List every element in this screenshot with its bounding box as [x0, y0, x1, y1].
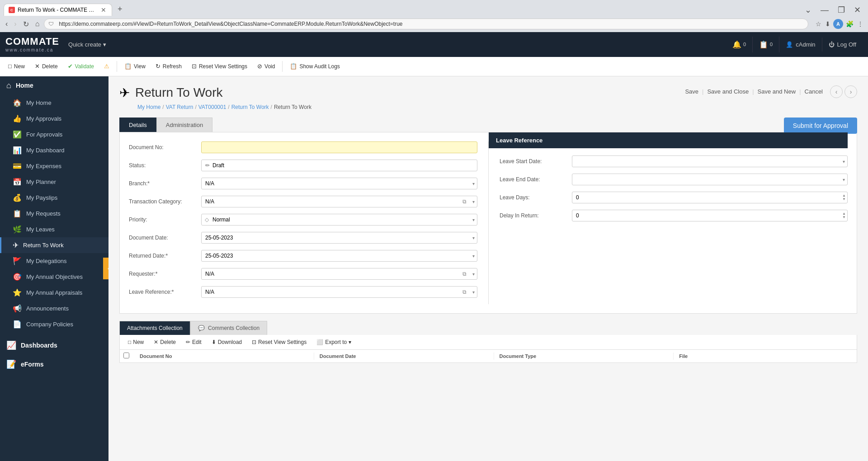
sidebar-collapse-button[interactable]: ‹ [103, 258, 108, 279]
sidebar-item-announcements[interactable]: 📢 Announcements [0, 301, 108, 316]
bottom-edit-button[interactable]: ✏ Edit [181, 337, 206, 348]
tab-comments[interactable]: 💬 Comments Collection [190, 321, 267, 335]
sidebar-item-my-home[interactable]: 🏠 My Home [0, 95, 108, 111]
messages-button[interactable]: 📋 0 [753, 37, 779, 52]
sidebar-item-my-leaves[interactable]: 🌿 My Leaves [0, 221, 108, 237]
menu-button[interactable]: ⋮ [856, 19, 864, 28]
main-toolbar: □ New ✕ Delete ✔ Validate ⚠ 📋 View ↻ Ref… [0, 57, 868, 76]
sidebar-item-my-planner[interactable]: 📅 My Planner [0, 174, 108, 190]
save-new-button[interactable]: Save and New [758, 88, 796, 95]
tab-close-button[interactable]: ✕ [101, 6, 106, 14]
nav-refresh-button[interactable]: ↻ [21, 19, 31, 29]
profile-button[interactable]: A [833, 19, 843, 29]
nav-next-button[interactable]: › [844, 85, 857, 98]
breadcrumb-vat-return[interactable]: VAT Return [166, 104, 193, 110]
browser-tab[interactable]: C Return To Work - COMMATE ER... ✕ [4, 4, 112, 16]
window-dropdown-button[interactable]: ⌄ [801, 4, 815, 16]
void-button[interactable]: ⊘ Void [253, 60, 279, 72]
document-date-input[interactable] [201, 232, 477, 244]
user-profile-button[interactable]: 👤 cAdmin [779, 38, 822, 52]
window-close-button[interactable]: ✕ [850, 4, 864, 16]
nav-home-button[interactable]: ⌂ [33, 19, 42, 29]
warning-button[interactable]: ⚠ [99, 60, 114, 72]
quick-create-button[interactable]: Quick create ▾ [68, 41, 106, 48]
bottom-reset-view-button[interactable]: ⊡ Reset View Settings [247, 337, 311, 348]
sidebar-item-my-requests[interactable]: 📋 My Requests [0, 206, 108, 221]
view-button[interactable]: 📋 View [120, 60, 150, 72]
delay-spinner[interactable]: ▲ ▼ [842, 210, 846, 221]
logout-button[interactable]: ⏻ Log Off [822, 38, 863, 52]
sidebar-home-section[interactable]: ⌂ Home [0, 76, 108, 95]
sidebar-item-my-annual-appraisals[interactable]: ⭐ My Annual Appraisals [0, 285, 108, 301]
document-no-input[interactable] [201, 141, 477, 153]
notifications-button[interactable]: 🔔 0 [726, 37, 753, 52]
breadcrumb-return-to-work[interactable]: Return To Work [231, 104, 269, 110]
window-maximize-button[interactable]: ❐ [834, 4, 849, 16]
breadcrumb-my-home[interactable]: My Home [137, 104, 160, 110]
audit-logs-button[interactable]: 📋 Show Audit Logs [285, 60, 344, 72]
form-container: Document No: Status: ✏ D [119, 132, 857, 314]
bottom-delete-button[interactable]: ✕ Delete [149, 337, 180, 348]
void-icon: ⊘ [257, 63, 262, 70]
extensions-button[interactable]: 🧩 [845, 19, 854, 28]
tab-administration[interactable]: Administration [156, 118, 212, 132]
leave-days-spinner[interactable]: ▲ ▼ [842, 192, 846, 203]
return-to-work-icon: ✈ [13, 241, 19, 249]
app-header: COMMATE www.commate.ca Quick create ▾ 🔔 … [0, 32, 868, 57]
requester-select[interactable]: N/A [201, 268, 477, 280]
sidebar-item-for-approvals[interactable]: ✅ For Approvals [0, 127, 108, 142]
cancel-button[interactable]: Cancel [805, 88, 823, 95]
address-bar[interactable] [44, 19, 808, 29]
save-button[interactable]: Save [685, 88, 698, 95]
logo-text: COMMATE [5, 37, 59, 47]
reset-view-button[interactable]: ⊡ Reset View Settings [187, 60, 252, 72]
bottom-download-button[interactable]: ⬇ Download [207, 337, 246, 348]
leave-start-date-input[interactable] [572, 155, 848, 167]
refresh-icon: ↻ [156, 63, 160, 70]
nav-prev-button[interactable]: ‹ [830, 85, 843, 98]
new-button[interactable]: □ New [4, 60, 29, 72]
delete-icon: ✕ [35, 63, 40, 70]
leave-reference-select[interactable]: N/A [201, 286, 477, 298]
validate-button[interactable]: ✔ Validate [63, 60, 99, 72]
nav-back-button[interactable]: ‹ [4, 19, 9, 29]
sidebar-item-return-to-work[interactable]: ✈ Return To Work [0, 237, 108, 253]
delay-in-return-input[interactable] [572, 210, 848, 221]
sidebar-item-my-delegations[interactable]: 🚩 My Delegations [0, 253, 108, 269]
sidebar-item-my-payslips[interactable]: 💰 My Payslips [0, 190, 108, 206]
leave-days-input[interactable] [572, 192, 848, 203]
window-minimize-button[interactable]: — [817, 5, 832, 16]
transaction-copy-icon[interactable]: ⧉ [462, 198, 467, 205]
priority-select[interactable]: Normal [201, 214, 477, 226]
leave-ref-copy-icon[interactable]: ⧉ [462, 289, 467, 295]
priority-row: Priority: ◇ Normal ▾ [129, 214, 477, 226]
sidebar-eforms-section[interactable]: 📝 eForms [0, 355, 108, 374]
branch-select[interactable]: N/A [201, 178, 477, 189]
transaction-category-select[interactable]: N/A [201, 196, 477, 207]
breadcrumb-vat000001[interactable]: VAT000001 [198, 104, 226, 110]
tab-details[interactable]: Details [119, 118, 156, 132]
new-tab-button[interactable]: + [114, 3, 126, 16]
requester-copy-icon[interactable]: ⧉ [462, 271, 467, 277]
export-button[interactable]: ⬜ Export to ▾ [312, 337, 356, 348]
nav-forward-button[interactable]: › [12, 19, 18, 29]
leave-end-date-input[interactable] [572, 174, 848, 185]
returned-date-input[interactable] [201, 250, 477, 262]
sidebar-item-my-dashboard[interactable]: 📊 My Dashboard [0, 142, 108, 158]
sidebar-item-company-policies[interactable]: 📄 Company Policies [0, 316, 108, 332]
page-header: ✈ Return To Work Save | Save and Close |… [119, 85, 857, 100]
submit-approval-button[interactable]: Submit for Approval [784, 118, 857, 134]
col-document-no: Document No [138, 353, 314, 360]
sidebar-dashboards-section[interactable]: 📈 Dashboards [0, 336, 108, 355]
delete-button[interactable]: ✕ Delete [30, 60, 62, 72]
tab-attachments[interactable]: Attachments Collection [119, 321, 190, 335]
bottom-new-button[interactable]: □ New [123, 337, 148, 348]
bookmark-button[interactable]: ☆ [815, 19, 822, 28]
save-close-button[interactable]: Save and Close [707, 88, 749, 95]
sidebar-item-my-annual-objectives[interactable]: 🎯 My Annual Objectives [0, 269, 108, 285]
sidebar-item-my-approvals[interactable]: 👍 My Approvals [0, 111, 108, 127]
sidebar-item-my-expenses[interactable]: 💳 My Expenses [0, 158, 108, 174]
refresh-button[interactable]: ↻ Refresh [151, 60, 186, 72]
download-button[interactable]: ⬇ [824, 19, 831, 28]
select-all-checkbox[interactable] [123, 353, 134, 360]
